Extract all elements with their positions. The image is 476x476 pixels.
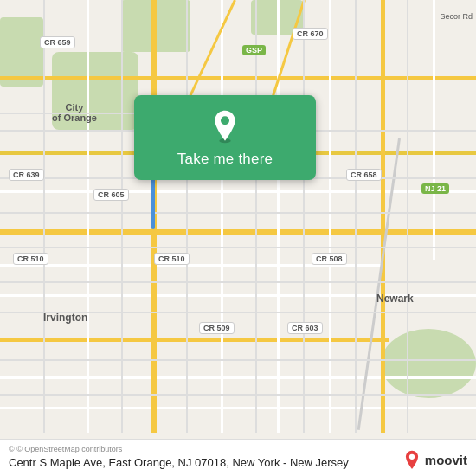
road-h1: [0, 76, 476, 80]
park-area-5: [381, 329, 476, 398]
badge-CR670: CR 670: [293, 28, 328, 40]
moovit-logo: moovit: [402, 450, 467, 469]
badge-CR509: CR 509: [199, 322, 235, 334]
city-label-orange: Cityof Orange: [52, 102, 97, 123]
badge-CR639: CR 639: [9, 169, 44, 181]
road-h9: [0, 407, 476, 409]
copyright-label: © OpenStreetMap contributors: [16, 445, 122, 453]
road-sv4: [255, 0, 257, 433]
location-pin-icon: [208, 109, 242, 144]
svg-point-2: [409, 454, 415, 460]
road-v6: [381, 0, 385, 433]
badge-CR659: CR 659: [40, 36, 75, 48]
copyright-text: © © OpenStreetMap contributors: [9, 445, 467, 453]
badge-CR510a: CR 510: [13, 253, 48, 265]
copyright-symbol: ©: [9, 445, 15, 453]
road-sm5: [0, 247, 476, 248]
badge-GSP: GSP: [242, 45, 266, 55]
badge-CR508: CR 508: [312, 253, 347, 265]
road-v5: [329, 0, 331, 433]
road-sv7: [407, 0, 408, 433]
badge-CR510b: CR 510: [154, 253, 190, 265]
badge-NJ21: NJ 21: [421, 183, 449, 194]
cta-overlay[interactable]: Take me there: [134, 95, 316, 180]
cta-button-label: Take me there: [177, 151, 273, 168]
road-h4: [0, 229, 476, 235]
road-sm9: [0, 394, 476, 396]
address-text: Centr S Maple Ave, East Orange, NJ 07018…: [9, 456, 467, 469]
badge-CR605a: CR 605: [93, 189, 129, 201]
road-sv6: [355, 0, 357, 433]
map-container: Cityof Orange Irvington Newark CR 659 CR…: [0, 0, 476, 476]
road-sv2: [121, 0, 123, 433]
place-label-irvington: Irvington: [43, 312, 87, 324]
road-sv5: [303, 0, 305, 433]
road-sv1: [43, 0, 45, 433]
place-label-newark: Newark: [376, 293, 414, 305]
svg-point-1: [221, 116, 229, 125]
badge-CR603: CR 603: [287, 322, 323, 334]
road-h3: [0, 190, 476, 193]
label-secor: Secor Rd: [440, 12, 473, 21]
road-h8: [0, 376, 476, 379]
badge-CR658: CR 658: [346, 169, 382, 181]
moovit-logo-icon: [402, 450, 421, 469]
road-sv3: [186, 0, 188, 433]
road-v4: [277, 0, 280, 433]
road-v1: [87, 0, 89, 433]
road-sm4: [0, 212, 476, 214]
moovit-logo-text: moovit: [425, 453, 467, 467]
road-sm6: [0, 281, 476, 283]
road-sm8: [0, 359, 476, 361]
road-v3: [221, 0, 223, 433]
